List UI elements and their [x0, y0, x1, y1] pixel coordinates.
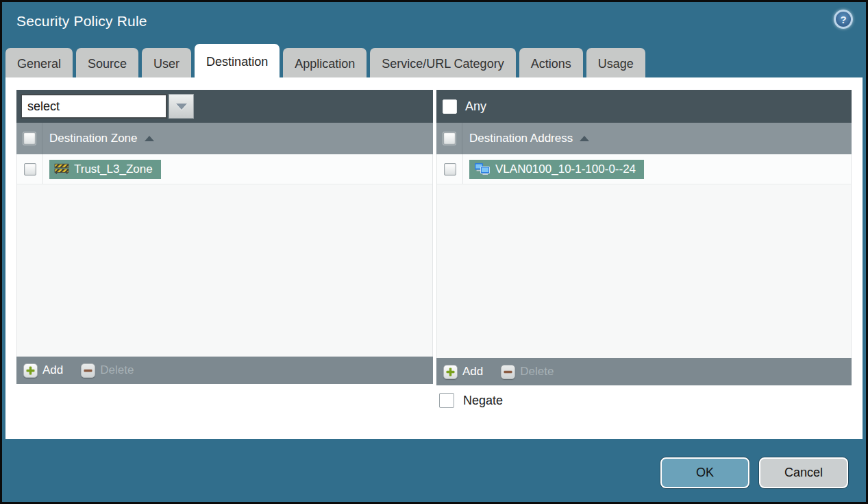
zone-panel-footer: Add Delete [16, 357, 433, 384]
zone-row-checkbox[interactable] [24, 163, 36, 176]
zone-delete-button[interactable]: Delete [81, 363, 134, 378]
tab-general[interactable]: General [5, 48, 73, 80]
destination-address-panel: Any Destination Address [436, 90, 852, 385]
address-add-label: Add [462, 365, 483, 379]
tab-application[interactable]: Application [283, 48, 367, 80]
dialog-action-buttons: OK Cancel [660, 457, 848, 488]
zone-column-header-row: Destination Zone [16, 123, 433, 154]
tab-service-url-category[interactable]: Service/URL Category [370, 48, 515, 80]
address-row[interactable]: VLAN0100_10-1-100-0--24 [437, 154, 851, 184]
address-panel-footer: Add Delete [436, 358, 852, 385]
address-list: VLAN0100_10-1-100-0--24 [436, 154, 852, 358]
destination-tab-content: select Destination Zone [5, 77, 863, 439]
tab-usage[interactable]: Usage [586, 48, 645, 80]
tab-actions[interactable]: Actions [519, 48, 583, 80]
zone-panel-header: select [16, 90, 433, 123]
address-row-checkbox[interactable] [444, 163, 456, 176]
plus-icon [443, 365, 458, 379]
any-label: Any [465, 99, 486, 114]
address-chip-label: VLAN0100_10-1-100-0--24 [495, 163, 636, 176]
chevron-down-icon [176, 104, 187, 110]
zone-add-button[interactable]: Add [23, 363, 63, 378]
sort-ascending-icon[interactable] [580, 136, 589, 141]
zone-select-dropdown-button[interactable] [169, 94, 194, 119]
tab-source[interactable]: Source [76, 48, 138, 80]
address-row-checkbox-cell [437, 154, 463, 184]
zone-delete-label: Delete [100, 363, 134, 377]
zone-chip-label: Trust_L3_Zone [74, 163, 153, 176]
select-all-addresses-checkbox[interactable] [443, 132, 456, 145]
any-checkbox[interactable] [443, 99, 457, 114]
destination-zone-panel: select Destination Zone [16, 90, 433, 384]
tab-destination[interactable]: Destination [195, 44, 280, 80]
negate-label: Negate [463, 394, 503, 408]
zone-add-label: Add [42, 363, 63, 377]
zone-select-value[interactable]: select [21, 94, 167, 119]
tab-user[interactable]: User [142, 48, 191, 80]
address-delete-label: Delete [520, 365, 554, 379]
zone-chip[interactable]: Trust_L3_Zone [49, 160, 161, 179]
network-address-icon [474, 163, 491, 176]
address-column-header: Destination Address [469, 132, 573, 145]
negate-checkbox[interactable] [439, 393, 454, 408]
address-column-header-row: Destination Address [436, 123, 852, 154]
zone-selectall-cell [16, 123, 42, 154]
zone-icon [54, 163, 69, 175]
tab-bar: General Source User Destination Applicat… [5, 44, 863, 80]
address-panel-header: Any [436, 90, 852, 123]
plus-icon [23, 363, 38, 378]
cancel-button[interactable]: Cancel [759, 457, 848, 488]
dialog-title: Security Policy Rule [16, 13, 147, 29]
select-all-zones-checkbox[interactable] [23, 132, 36, 145]
address-selectall-cell [436, 123, 462, 154]
zone-select-combobox[interactable]: select [21, 94, 194, 119]
address-add-button[interactable]: Add [443, 365, 483, 379]
minus-icon [81, 363, 95, 378]
negate-row: Negate [439, 393, 503, 408]
sort-ascending-icon[interactable] [145, 136, 154, 141]
help-glyph: ? [840, 14, 846, 25]
zone-list: Trust_L3_Zone [16, 154, 433, 357]
ok-button[interactable]: OK [660, 457, 749, 488]
security-policy-rule-dialog: Security Policy Rule ? General Source Us… [0, 0, 868, 504]
zone-row[interactable]: Trust_L3_Zone [17, 154, 432, 184]
help-icon[interactable]: ? [834, 10, 853, 29]
address-delete-button[interactable]: Delete [501, 365, 554, 379]
minus-icon [501, 365, 515, 379]
zone-row-checkbox-cell [17, 154, 43, 184]
zone-column-header: Destination Zone [49, 132, 138, 145]
address-chip[interactable]: VLAN0100_10-1-100-0--24 [469, 160, 644, 179]
